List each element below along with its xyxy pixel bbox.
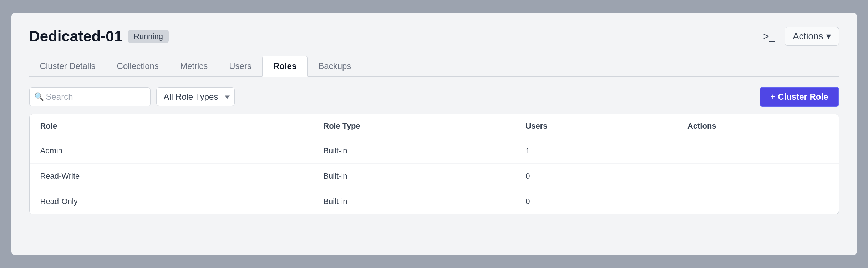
terminal-button[interactable]: >_ [759, 28, 779, 45]
toolbar-left: 🔍 All Role Types Built-in Custom [29, 87, 235, 106]
role-name-readwrite: Read-Write [30, 163, 313, 189]
table-row[interactable]: Read-Write Built-in 0 [30, 163, 839, 189]
main-card: Dedicated-01 Running >_ Actions ▾ Cluste… [11, 13, 857, 255]
status-badge: Running [128, 30, 169, 43]
search-input[interactable] [29, 87, 151, 106]
tab-roles[interactable]: Roles [262, 56, 308, 77]
actions-button[interactable]: Actions ▾ [785, 27, 839, 46]
role-type-readwrite: Built-in [313, 163, 515, 189]
roles-table: Role Role Type Users Actions Admin Built… [30, 114, 839, 214]
role-type-admin: Built-in [313, 138, 515, 163]
cluster-title: Dedicated-01 [29, 28, 122, 45]
users-readonly: 0 [515, 189, 677, 214]
actions-label: Actions [793, 31, 823, 42]
col-header-users: Users [515, 114, 677, 138]
col-header-role-type: Role Type [313, 114, 515, 138]
table-row[interactable]: Read-Only Built-in 0 [30, 189, 839, 214]
role-name-admin: Admin [30, 138, 313, 163]
nav-tabs: Cluster Details Collections Metrics User… [29, 56, 839, 77]
tab-collections[interactable]: Collections [106, 56, 169, 77]
header-left: Dedicated-01 Running [29, 28, 169, 45]
role-name-readonly: Read-Only [30, 189, 313, 214]
search-icon: 🔍 [34, 92, 44, 101]
toolbar-row: 🔍 All Role Types Built-in Custom [29, 87, 839, 107]
table-row[interactable]: Admin Built-in 1 [30, 138, 839, 163]
col-header-actions: Actions [677, 114, 839, 138]
actions-admin [677, 138, 839, 163]
table-header-row: Role Role Type Users Actions [30, 114, 839, 138]
tab-cluster-details[interactable]: Cluster Details [29, 56, 106, 77]
role-type-select[interactable]: All Role Types Built-in Custom [156, 87, 235, 106]
search-wrapper: 🔍 [29, 87, 151, 106]
role-type-readonly: Built-in [313, 189, 515, 214]
actions-readonly [677, 189, 839, 214]
users-readwrite: 0 [515, 163, 677, 189]
add-cluster-role-button[interactable]: + Cluster Role [760, 87, 839, 107]
actions-readwrite [677, 163, 839, 189]
header-right: >_ Actions ▾ [759, 27, 839, 46]
add-cluster-role-label: + Cluster Role [770, 92, 828, 102]
col-header-role: Role [30, 114, 313, 138]
tab-metrics[interactable]: Metrics [169, 56, 218, 77]
header-row: Dedicated-01 Running >_ Actions ▾ [29, 27, 839, 46]
role-type-filter-wrapper: All Role Types Built-in Custom [156, 87, 235, 106]
page-background: Dedicated-01 Running >_ Actions ▾ Cluste… [0, 0, 868, 268]
actions-chevron-icon: ▾ [826, 31, 831, 42]
tab-backups[interactable]: Backups [308, 56, 362, 77]
tab-users[interactable]: Users [218, 56, 262, 77]
users-admin: 1 [515, 138, 677, 163]
roles-table-container: Role Role Type Users Actions Admin Built… [29, 114, 839, 214]
